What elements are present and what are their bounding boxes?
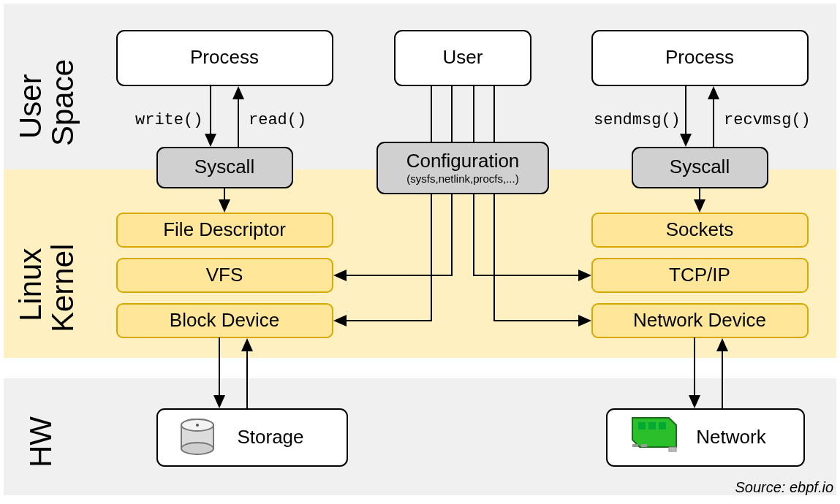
node-syscall-right-label: Syscall [670,156,730,177]
band-label-linux-kernel-line2: Kernel [45,244,80,332]
node-user-center-label: User [443,46,483,68]
storage-icon [181,419,213,454]
node-syscall-left-label: Syscall [194,156,254,177]
svg-text:Space: Space [45,59,80,146]
network-icon [632,418,676,451]
svg-point-6 [181,443,213,454]
call-sendmsg-label: sendmsg() [594,111,681,129]
node-vfs-label: VFS [206,264,243,286]
node-file-descriptor-label: File Descriptor [163,218,286,240]
band-label-linux-kernel-line1: Linux [13,248,48,321]
svg-point-8 [196,424,199,427]
svg-rect-11 [648,422,656,429]
svg-text:User: User [13,74,48,139]
node-process-right-label: Process [665,46,734,68]
node-block-device-label: Block Device [170,309,279,331]
svg-text:Linux: Linux [13,248,48,321]
call-read-label: read() [249,111,306,129]
svg-rect-13 [669,447,676,451]
svg-rect-12 [659,422,666,429]
node-storage-label: Storage [237,426,303,448]
svg-rect-15 [641,444,647,447]
band-label-linux-kernel: Linux Kernel [13,244,80,332]
svg-text:Kernel: Kernel [45,244,80,332]
node-network-label: Network [696,426,766,448]
node-sockets-label: Sockets [666,218,734,240]
node-network-device-label: Network Device [633,309,766,331]
node-configuration-label: Configuration [406,150,520,172]
node-process-left-label: Process [190,46,259,68]
node-configuration-sub: (sysfs,netlink,procfs,...) [406,172,518,185]
node-tcpip-label: TCP/IP [669,264,730,286]
diagram-root: User Space Linux Kernel HW Process User … [0,0,840,504]
svg-rect-10 [638,422,646,429]
svg-rect-14 [632,444,638,447]
band-label-user-space-line1: User [13,74,48,139]
source-label: Source: ebpf.io [735,479,833,495]
call-recvmsg-label: recvmsg() [724,111,811,129]
band-label-user-space-line2: Space [45,59,80,146]
call-write-label: write() [135,111,203,129]
band-label-hw: HW [23,416,58,467]
